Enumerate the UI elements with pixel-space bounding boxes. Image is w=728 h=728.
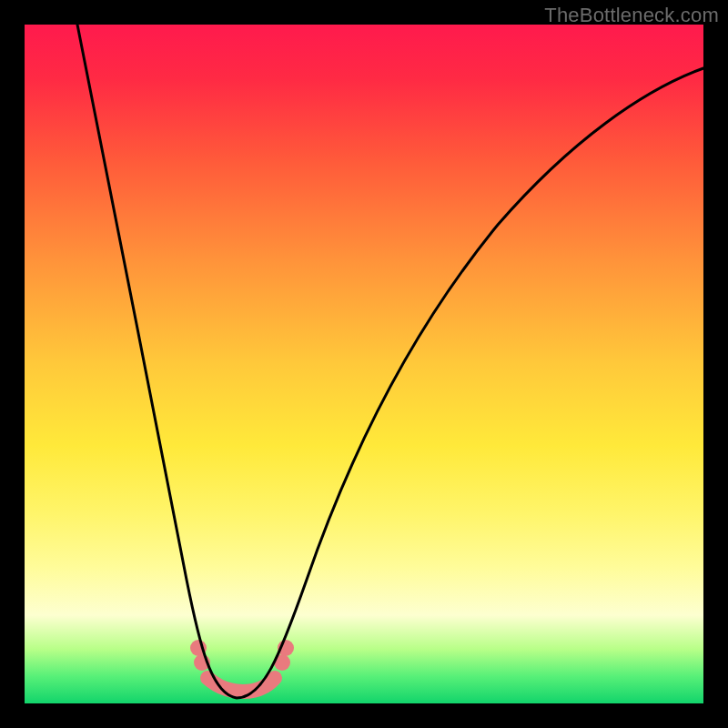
watermark-text: TheBottleneck.com [544, 4, 719, 27]
bottleneck-curve-svg [25, 25, 703, 703]
gradient-plot-area [25, 25, 703, 703]
bottleneck-curve [77, 25, 703, 698]
